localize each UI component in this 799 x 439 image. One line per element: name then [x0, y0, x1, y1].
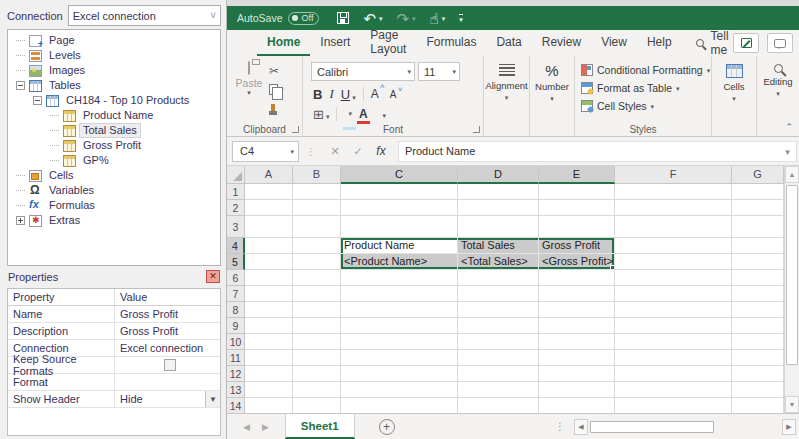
cell-A5[interactable] [245, 254, 293, 270]
cell-B11[interactable] [293, 350, 341, 366]
cell-F11[interactable] [615, 350, 732, 366]
cell-C7[interactable] [341, 286, 458, 302]
close-icon[interactable]: ✕ [206, 270, 220, 283]
cell-A7[interactable] [245, 286, 293, 302]
tree-item-cells[interactable]: Cells [8, 168, 220, 183]
column-header-D[interactable]: D [458, 166, 539, 184]
touch-mouse-mode-button[interactable]: ☝▾ [430, 11, 446, 26]
cell-B9[interactable] [293, 318, 341, 334]
cell-F5[interactable] [615, 254, 732, 270]
cell-C14[interactable] [341, 398, 458, 413]
chevron-down-icon[interactable]: ▾ [379, 15, 383, 22]
scroll-right-icon[interactable]: ▶ [782, 419, 796, 435]
cell-G5[interactable] [732, 254, 784, 270]
cell-D10[interactable] [458, 334, 539, 350]
cell-E14[interactable] [539, 398, 615, 413]
vertical-scrollbar[interactable]: ▲ ▼ [784, 166, 799, 413]
cell-B5[interactable] [293, 254, 341, 270]
cell-B2[interactable] [293, 200, 341, 216]
cell-C9[interactable] [341, 318, 458, 334]
vertical-scrollbar-thumb[interactable] [786, 185, 798, 365]
comments-button[interactable] [767, 33, 793, 53]
tab-scrollbar-splitter[interactable]: ⋮ [555, 421, 566, 432]
enter-button[interactable]: ✓ [347, 145, 369, 158]
cell-B13[interactable] [293, 382, 341, 398]
row-header-12[interactable]: 12 [227, 366, 245, 382]
redo-button[interactable]: ↷▾ [396, 11, 415, 26]
cut-button[interactable]: ✂ [269, 64, 284, 78]
tree-item-total-sales[interactable]: Total Sales [8, 123, 220, 138]
undo-button[interactable]: ↶▾ [363, 11, 382, 26]
row-header-3[interactable]: 3 [227, 216, 245, 238]
cell-F4[interactable] [615, 238, 732, 254]
cell-B3[interactable] [293, 216, 341, 238]
autosave-toggle[interactable]: AutoSave Off [237, 12, 319, 25]
cell-D8[interactable] [458, 302, 539, 318]
cell-B4[interactable] [293, 238, 341, 254]
increase-font-size-button[interactable]: A [371, 87, 379, 101]
cell-E11[interactable] [539, 350, 615, 366]
paste-button[interactable]: Paste ▾ [233, 62, 265, 96]
cell-D12[interactable] [458, 366, 539, 382]
cell-F14[interactable] [615, 398, 732, 413]
fill-color-button[interactable]: ▾ [344, 110, 352, 118]
cell-B8[interactable] [293, 302, 341, 318]
row-header-5[interactable]: 5 [227, 254, 245, 270]
cell-F13[interactable] [615, 382, 732, 398]
sheet-tab-sheet1[interactable]: Sheet1 [285, 414, 355, 439]
column-header-G[interactable]: G [732, 166, 784, 184]
connection-select[interactable]: Excel connection ˅ [68, 5, 221, 26]
cell-A6[interactable] [245, 270, 293, 286]
cell-D4[interactable]: Total Sales [458, 238, 539, 254]
cell-D6[interactable] [458, 270, 539, 286]
dialog-launcher-icon[interactable] [292, 126, 299, 133]
font-name-combobox[interactable]: Calibri▾ [311, 62, 415, 81]
select-all-corner[interactable] [227, 166, 245, 184]
number-button[interactable]: % Number ▾ [530, 56, 574, 118]
cell-A8[interactable] [245, 302, 293, 318]
cell-D7[interactable] [458, 286, 539, 302]
property-value[interactable]: Gross Profit [115, 323, 220, 339]
conditional-formatting-button[interactable]: Conditional Formatting▾ [581, 63, 711, 77]
cell-G13[interactable] [732, 382, 784, 398]
name-box[interactable]: C4 ▾ [232, 141, 299, 162]
expander-icon[interactable] [33, 96, 42, 105]
cell-A13[interactable] [245, 382, 293, 398]
keep-source-formats-checkbox[interactable] [164, 359, 176, 371]
horizontal-scrollbar[interactable]: ◀ ▶ [574, 414, 796, 439]
cell-C3[interactable] [341, 216, 458, 238]
cells-button[interactable]: Cells ▾ [712, 56, 756, 118]
tree-item-tables[interactable]: Tables [8, 78, 220, 93]
collapse-ribbon-icon[interactable]: ⌃ [785, 122, 793, 132]
cell-E1[interactable] [539, 184, 615, 200]
expand-formula-bar-icon[interactable]: ▾ [779, 141, 797, 162]
cell-C2[interactable] [341, 200, 458, 216]
row-header-2[interactable]: 2 [227, 200, 245, 216]
cell-A14[interactable] [245, 398, 293, 413]
column-header-F[interactable]: F [615, 166, 732, 184]
cell-C13[interactable] [341, 382, 458, 398]
cell-A4[interactable] [245, 238, 293, 254]
scroll-down-icon[interactable]: ▼ [785, 396, 799, 413]
cell-E12[interactable] [539, 366, 615, 382]
share-button[interactable] [733, 33, 759, 53]
horizontal-scrollbar-thumb[interactable] [590, 421, 714, 433]
tab-review[interactable]: Review [532, 30, 591, 56]
underline-button[interactable]: U [341, 87, 350, 102]
cell-C10[interactable] [341, 334, 458, 350]
cell-D1[interactable] [458, 184, 539, 200]
cell-F10[interactable] [615, 334, 732, 350]
italic-button[interactable]: I [329, 86, 333, 102]
cell-G3[interactable] [732, 216, 784, 238]
cell-F3[interactable] [615, 216, 732, 238]
save-button[interactable] [337, 12, 349, 24]
tree-item-product-name[interactable]: Product Name [8, 108, 220, 123]
cell-E7[interactable] [539, 286, 615, 302]
tree-item-formulas[interactable]: Formulas [8, 198, 220, 213]
cell-E5[interactable]: <Gross Profit> [539, 254, 615, 270]
expander-icon[interactable] [16, 216, 25, 225]
tree-item-variables[interactable]: Variables [8, 183, 220, 198]
horizontal-scrollbar-track[interactable] [588, 419, 782, 435]
cell-E6[interactable] [539, 270, 615, 286]
cell-G7[interactable] [732, 286, 784, 302]
